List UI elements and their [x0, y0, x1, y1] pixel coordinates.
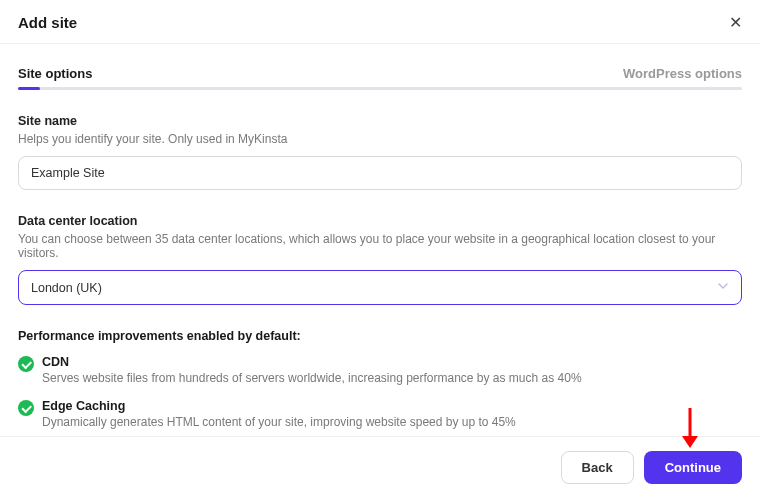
site-name-label: Site name — [18, 114, 742, 128]
modal-footer: Back Continue — [0, 436, 760, 500]
progress-bar — [18, 87, 742, 90]
tab-site-options[interactable]: Site options — [18, 66, 92, 87]
close-icon[interactable]: ✕ — [729, 15, 742, 31]
perf-desc: Serves website files from hundreds of se… — [42, 371, 582, 385]
tab-wordpress-options[interactable]: WordPress options — [623, 66, 742, 87]
perf-desc: Dynamically generates HTML content of yo… — [42, 415, 516, 429]
continue-button[interactable]: Continue — [644, 451, 742, 484]
form-body: Site name Helps you identify your site. … — [0, 90, 760, 429]
back-button[interactable]: Back — [561, 451, 634, 484]
perf-item-edge: Edge Caching Dynamically generates HTML … — [18, 399, 742, 429]
perf-name: CDN — [42, 355, 582, 369]
step-tabs: Site options WordPress options — [0, 44, 760, 87]
check-icon — [18, 400, 34, 416]
modal-header: Add site ✕ — [0, 0, 760, 44]
perf-item-cdn: CDN Serves website files from hundreds o… — [18, 355, 742, 385]
datacenter-value: London (UK) — [31, 281, 102, 295]
check-icon — [18, 356, 34, 372]
modal-title: Add site — [18, 14, 77, 31]
site-name-input[interactable] — [18, 156, 742, 190]
site-name-help: Helps you identify your site. Only used … — [18, 132, 742, 146]
performance-title: Performance improvements enabled by defa… — [18, 329, 742, 343]
perf-name: Edge Caching — [42, 399, 516, 413]
chevron-down-icon — [717, 280, 729, 295]
datacenter-label: Data center location — [18, 214, 742, 228]
datacenter-help: You can choose between 35 data center lo… — [18, 232, 742, 260]
datacenter-select[interactable]: London (UK) — [18, 270, 742, 305]
